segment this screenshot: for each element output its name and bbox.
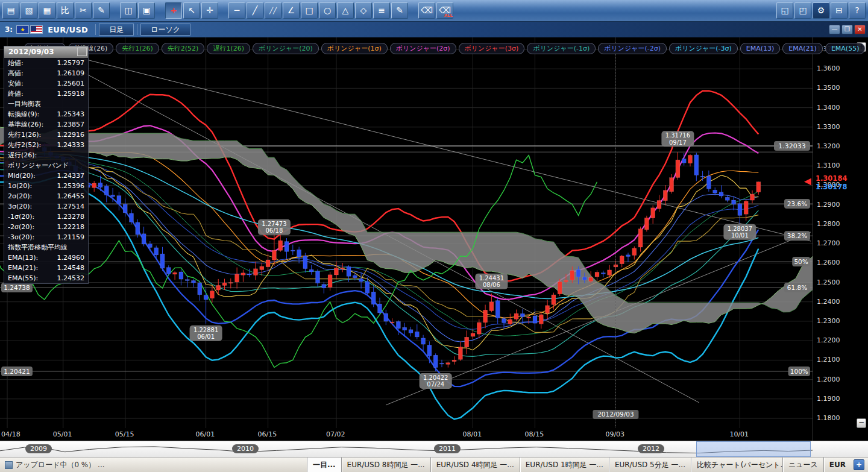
zoom-out-button[interactable]: − [857, 418, 866, 428]
trendline-tool-icon[interactable]: ╱ [247, 2, 263, 19]
draw-brush-icon[interactable]: ✎ [93, 2, 110, 19]
chart-window-titlebar[interactable]: 3: ★ EUR/USD 日足 ローソク —❒✕ [0, 22, 868, 37]
ellipse-tool-icon[interactable]: ○ [319, 2, 336, 19]
print-icon[interactable]: ⊟ [831, 2, 848, 19]
panel-row: 安値:1.25601 [4, 78, 88, 89]
statusbar: アップロード中（0 %） ... 一目...EUR/USD 8時間足 一...E… [0, 457, 868, 472]
panel-row: 3σ(20):1.27514 [4, 201, 88, 212]
settings-gear-icon[interactable]: ⚙ [813, 2, 829, 19]
save-chart-image-icon[interactable]: ◫ [120, 2, 137, 19]
eraser-tool-icon[interactable]: ⌫ [418, 2, 435, 19]
legend-item[interactable]: ボリンジャー(-3σ) [669, 43, 738, 54]
triangle-tool-icon[interactable]: △ [337, 2, 354, 19]
save-template-icon[interactable]: ▣ [138, 2, 155, 19]
legend-item[interactable]: ボリンジャー(20) [253, 43, 319, 54]
legend-item[interactable]: 先行2(52) [162, 43, 205, 54]
panel-row: 基準線(26):1.23857 [4, 119, 88, 130]
panel-section-header: 指数平滑移動平均線 [4, 242, 88, 253]
polygon-tool-icon[interactable]: ◇ [355, 2, 372, 19]
legend-item[interactable]: ボリンジャー(2σ) [390, 43, 456, 54]
panel-row: 1σ(20):1.25396 [4, 181, 88, 191]
close-button[interactable]: ✕ [854, 25, 866, 34]
task-button[interactable]: ニュース [782, 458, 823, 472]
compare-chart-icon[interactable]: 比 [57, 2, 74, 19]
legend-item[interactable]: EMA(13) [740, 43, 781, 54]
time-tick: 04/18 [1, 430, 20, 438]
price-tick: 1.3300 [817, 123, 840, 131]
panel-section-header: ボリンジャーバンド [4, 160, 88, 171]
chart-type-button[interactable]: ローソク [140, 24, 190, 36]
eu-flag-icon: ★ [16, 25, 29, 34]
us-flag-icon [30, 25, 43, 34]
panel-row: EMA(55):1.24532 [4, 273, 88, 283]
panel-rows: 始値:1.25797高値:1.26109安値:1.25601終値:1.25918… [4, 58, 88, 283]
new-chart-icon[interactable]: ▧ [20, 2, 37, 19]
select-tool-icon[interactable]: ↖ [183, 2, 200, 19]
svg-text:07/24: 07/24 [427, 381, 444, 388]
legend-item[interactable]: 先行1(26) [116, 43, 159, 54]
legend-item[interactable]: ボリンジャー(-1σ) [527, 43, 596, 54]
svg-text:38.2%: 38.2% [787, 232, 807, 239]
task-button[interactable]: EUR/USD 8時間足 一... [341, 458, 430, 472]
task-button[interactable]: EUR/USD 5分足 一... [609, 458, 691, 472]
time-tick: 07/02 [326, 430, 345, 438]
time-tick: 05/01 [53, 430, 72, 438]
price-chart[interactable]: 1.3203323.6%38.2%50%61.8%100%1.247381.20… [0, 37, 813, 428]
legend-item[interactable]: ボリンジャー(-2σ) [598, 43, 667, 54]
legend-item[interactable]: 遅行1(26) [207, 43, 250, 54]
erase-all-tool-icon[interactable]: ⌫ALL [436, 2, 453, 19]
svg-text:1.31716: 1.31716 [665, 132, 690, 139]
help-icon[interactable]: ? [849, 2, 866, 19]
task-button[interactable]: EUR/USD 4時間足 一... [430, 458, 520, 472]
price-tick: 1.2200 [817, 336, 840, 344]
task-button[interactable]: 比較チャート(パーセント... [691, 458, 782, 472]
crosshair-tool-icon[interactable]: + [165, 2, 182, 19]
rect-tool-icon[interactable]: □ [301, 2, 318, 19]
svg-text:1.24431: 1.24431 [479, 275, 504, 282]
price-tick: 1.2000 [817, 376, 840, 383]
panel-row: EMA(13):1.24960 [4, 253, 88, 263]
price-tick: 1.3600 [817, 65, 840, 72]
price-axis[interactable]: 1.37001.36001.35001.34001.33001.32001.31… [813, 37, 868, 441]
window-tile-icon[interactable]: ◱ [776, 2, 793, 19]
price-tick: 1.3200 [817, 142, 840, 150]
legend-item[interactable]: EMA(21) [782, 43, 823, 54]
price-tick: 1.2300 [817, 317, 840, 325]
panel-menu-button[interactable] [77, 48, 87, 56]
upload-status-text: アップロード中（0 %） ... [16, 460, 105, 470]
chart-window-icon[interactable]: ▦ [39, 2, 55, 19]
task-button[interactable]: 一目... [307, 458, 341, 472]
pencil-tool-icon[interactable]: ✎ [391, 2, 408, 19]
chart-list-icon[interactable]: ▤ [2, 2, 19, 19]
svg-text:09/17: 09/17 [669, 139, 687, 146]
timeline-navigator[interactable]: 2009201020112012 [0, 441, 868, 457]
timeframe-button[interactable]: 日足 [99, 24, 134, 36]
close-chart-icon[interactable]: ✂ [75, 2, 92, 19]
currency-label: EUR [823, 458, 851, 472]
minimize-button[interactable]: — [829, 25, 840, 34]
legend-item[interactable]: ボリンジャー(3σ) [459, 43, 525, 54]
panel-row: 転換線(9):1.25343 [4, 109, 88, 119]
svg-text:1.22881: 1.22881 [193, 327, 218, 333]
channel-tool-icon[interactable]: ╱╱ [265, 2, 281, 19]
panel-row: Mid(20):1.24337 [4, 171, 88, 181]
task-button[interactable]: EUR/USD 1時間足 一... [520, 458, 609, 472]
legend-item[interactable]: ボリンジャー(1σ) [321, 43, 388, 54]
restore-button[interactable]: ❒ [841, 25, 853, 34]
navigator-selection[interactable] [696, 441, 811, 457]
add-chart-button[interactable]: + [854, 459, 864, 470]
legend-item[interactable]: EMA(55) [825, 43, 866, 54]
time-tick: 06/01 [196, 430, 215, 438]
price-tick: 1.1900 [817, 395, 840, 403]
price-tick: 1.2600 [817, 259, 840, 266]
panel-row: -1σ(20):1.23278 [4, 212, 88, 222]
svg-text:1.20421: 1.20421 [4, 368, 30, 375]
pan-tool-icon[interactable]: ✛ [201, 2, 218, 19]
window-maximize-icon[interactable]: ◰ [794, 2, 811, 19]
price-tick: 1.3500 [817, 84, 840, 92]
parallel-lines-tool-icon[interactable]: ≡ [373, 2, 390, 19]
angle-line-tool-icon[interactable]: ∠ [283, 2, 300, 19]
time-tick: 08/01 [463, 430, 482, 438]
svg-text:61.8%: 61.8% [787, 284, 807, 291]
hline-tool-icon[interactable]: ─ [228, 2, 245, 19]
